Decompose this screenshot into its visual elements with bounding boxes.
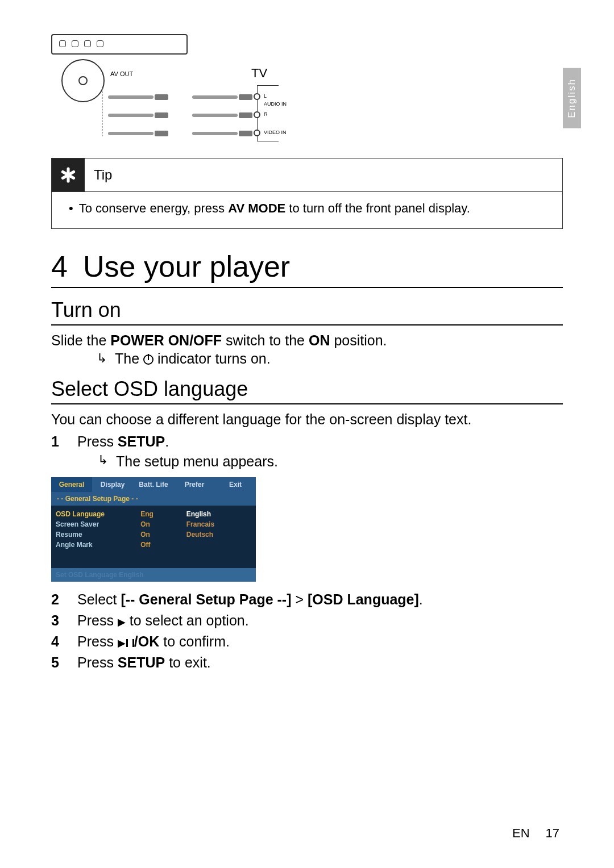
osd-tab-exit: Exit [215,477,256,492]
turn-on-instruction: Slide the POWER ON/OFF switch to the ON … [51,331,563,350]
result-arrow-icon: ↳ [97,351,107,366]
tv-label: TV [251,66,267,81]
tip-body: •To conserve energy, press AV MODE to tu… [52,192,562,228]
osd-tab-general: General [51,477,92,492]
osd-tab-prefer: Prefer [174,477,215,492]
osd-row-screen-saver: Screen Saver [56,519,134,529]
av-out-label: AV OUT [110,70,133,77]
osd-menu-screenshot: General Display Batt. Life Prefer Exit -… [51,477,256,582]
device-top-view [51,34,188,55]
video-in-label: VIDEO IN [264,130,287,135]
tip-box: Tip •To conserve energy, press AV MODE t… [51,158,563,229]
osd-lang-deutsch: Deutsch [186,529,251,540]
tip-asterisk-icon [52,158,85,191]
result-arrow-icon: ↳ [98,452,108,471]
select-osd-heading: Select OSD language [51,377,563,404]
osd-row-osd-language: OSD Language [56,509,134,519]
osd-tabs: General Display Batt. Life Prefer Exit [51,477,256,492]
osd-page-bar: - - General Setup Page - - [51,492,256,506]
osd-tab-display: Display [92,477,133,492]
step-1: 1 Press SETUP. ↳ The setup menu appears. [51,432,563,471]
play-icon [118,612,126,628]
turn-on-result: ↳ The indicator turns on. [51,350,563,367]
l-label: L [264,93,267,99]
step-2: 2 Select [-- General Setup Page --] > [O… [51,590,563,610]
footer-lang: EN [512,826,530,841]
page-footer: EN 17 [512,826,559,841]
connection-diagram: AV OUT TV L R AUDIO IN VIDEO IN [51,34,324,148]
osd-tab-batt: Batt. Life [133,477,174,492]
osd-val-eng: Eng [140,509,180,519]
osd-row-angle-mark: Angle Mark [56,540,134,550]
audio-in-label: AUDIO IN [264,101,287,107]
footer-page-number: 17 [546,826,559,841]
section-heading: 4Use your player [51,249,563,288]
osd-lang-francais: Francais [186,519,251,529]
step-4: 4 Press /OK to confirm. [51,632,563,652]
section-title: Use your player [83,250,290,283]
select-osd-intro: You can choose a different language for … [51,410,563,429]
step-3: 3 Press to select an option. [51,611,563,631]
osd-lang-english: English [186,509,251,519]
play-pause-icon [118,636,134,650]
osd-footer: Set OSD Language English [51,568,256,582]
step-5: 5 Press SETUP to exit. [51,653,563,673]
steps-list-cont: 2 Select [-- General Setup Page --] > [O… [51,590,563,673]
language-tab: English [563,68,581,128]
osd-val-off: Off [140,540,180,550]
disc-icon [61,59,105,102]
power-icon [143,354,154,365]
osd-row-resume: Resume [56,529,134,540]
tip-header: Tip [52,158,562,192]
tip-title: Tip [85,167,112,183]
osd-val-on1: On [140,519,180,529]
steps-list: 1 Press SETUP. ↳ The setup menu appears. [51,432,563,471]
section-number: 4 [51,249,83,283]
turn-on-heading: Turn on [51,298,563,326]
r-label: R [264,111,268,117]
osd-val-on2: On [140,529,180,540]
